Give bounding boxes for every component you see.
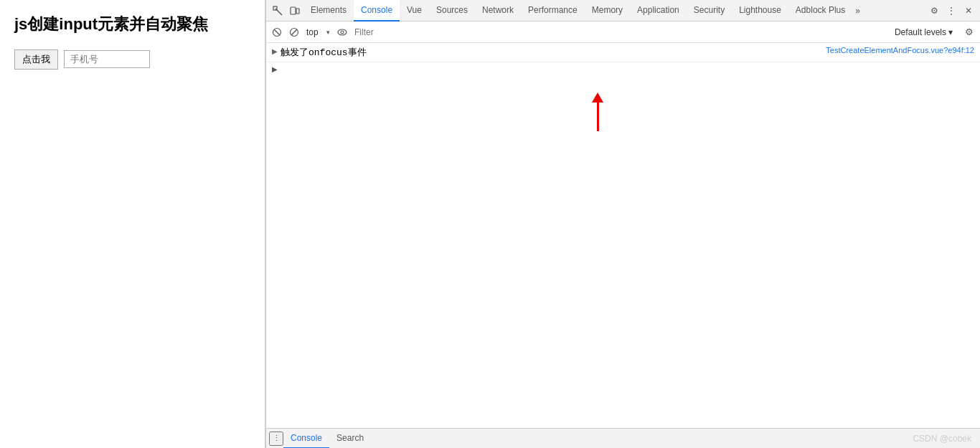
console-main: ▶ 触发了onfocus事件 TestCreateElementAndFocus…	[266, 43, 980, 428]
default-levels-label: Default levels	[895, 27, 946, 37]
tab-vue[interactable]: Vue	[400, 0, 429, 22]
tab-performance[interactable]: Performance	[521, 0, 585, 22]
console-source-link[interactable]: TestCreateElementAndFocus.vue?e94f:12	[826, 46, 974, 54]
tab-elements[interactable]: Elements	[303, 0, 354, 22]
default-levels-button[interactable]: Default levels ▾	[890, 27, 957, 37]
tab-lighthouse[interactable]: Lighthouse	[732, 0, 788, 22]
svg-line-1	[275, 9, 282, 15]
live-expressions-icon[interactable]	[334, 24, 350, 40]
bottom-tab-console[interactable]: Console	[283, 429, 329, 449]
csdn-watermark: CSDN @cobek	[913, 434, 977, 444]
svg-line-5	[275, 29, 280, 34]
tab-adblock-plus[interactable]: Adblock Plus	[788, 0, 852, 22]
devtools-top-right-controls: ⚙ ⋮ ✕	[925, 2, 977, 19]
inspect-element-icon[interactable]	[269, 2, 286, 19]
svg-rect-3	[296, 9, 299, 14]
clear-console-icon[interactable]	[269, 24, 285, 40]
arrow-head	[592, 92, 603, 103]
tab-memory[interactable]: Memory	[585, 0, 630, 22]
filter-input[interactable]	[352, 27, 889, 37]
devtools-settings-icon[interactable]: ⚙	[925, 2, 943, 19]
page-heading-text: js创建input元素并自动聚焦	[14, 15, 208, 33]
bottom-more-icon[interactable]: ⋮	[269, 432, 283, 446]
page-controls: 点击我	[14, 49, 250, 70]
devtools-tabs: Elements Console Vue Sources Network Per…	[303, 0, 852, 22]
click-button[interactable]: 点击我	[14, 49, 58, 70]
devtools-panel: Elements Console Vue Sources Network Per…	[265, 0, 980, 448]
console-expand-row: ▶	[266, 62, 980, 76]
console-message: 触发了onfocus事件	[281, 46, 820, 59]
svg-point-8	[338, 29, 347, 35]
context-select-wrapper[interactable]: top ▾	[303, 27, 331, 37]
more-tabs-button[interactable]: »	[852, 6, 863, 16]
phone-input[interactable]	[64, 50, 150, 68]
no-issues-icon[interactable]	[286, 24, 302, 40]
devtools-top-bar: Elements Console Vue Sources Network Per…	[266, 0, 980, 22]
devtools-bottom-bar: ⋮ Console Search CSDN @cobek	[266, 428, 980, 448]
svg-line-7	[291, 29, 297, 35]
arrow-shaft	[597, 103, 599, 131]
tab-console[interactable]: Console	[354, 0, 400, 22]
tab-sources[interactable]: Sources	[429, 0, 475, 22]
tab-network[interactable]: Network	[475, 0, 521, 22]
device-toggle-icon[interactable]	[286, 2, 303, 19]
expand-triangle-icon[interactable]: ▶	[272, 65, 278, 73]
console-settings-icon[interactable]: ⚙	[961, 24, 977, 40]
page-heading: js创建input元素并自动聚焦	[14, 14, 250, 35]
tab-application[interactable]: Application	[630, 0, 687, 22]
bottom-tabs: Console Search	[283, 429, 371, 449]
tab-security[interactable]: Security	[687, 0, 732, 22]
devtools-close-icon[interactable]: ✕	[960, 2, 977, 19]
bottom-tab-search[interactable]: Search	[329, 429, 371, 449]
context-select[interactable]: top	[303, 27, 331, 37]
svg-point-9	[341, 31, 344, 34]
red-arrow-indicator	[592, 93, 603, 131]
svg-rect-2	[291, 7, 296, 14]
webpage-panel: js创建input元素并自动聚焦 点击我	[0, 0, 265, 448]
default-levels-arrow-icon: ▾	[948, 27, 953, 37]
console-toolbar: top ▾ Default levels ▾ ⚙	[266, 22, 980, 43]
log-expand-arrow[interactable]: ▶	[272, 47, 278, 55]
console-log-entry: ▶ 触发了onfocus事件 TestCreateElementAndFocus…	[266, 43, 980, 62]
devtools-more-icon[interactable]: ⋮	[943, 2, 960, 19]
